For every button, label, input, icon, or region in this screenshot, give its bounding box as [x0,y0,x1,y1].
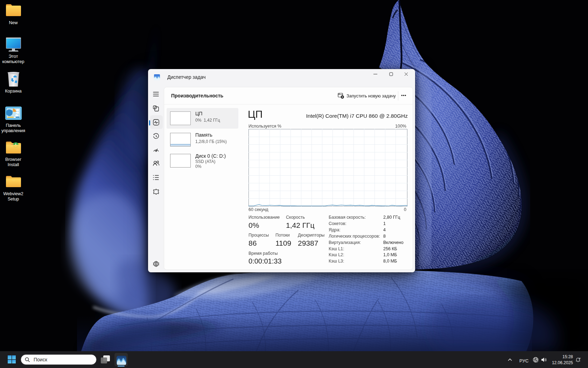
svg-text:z: z [580,357,581,359]
